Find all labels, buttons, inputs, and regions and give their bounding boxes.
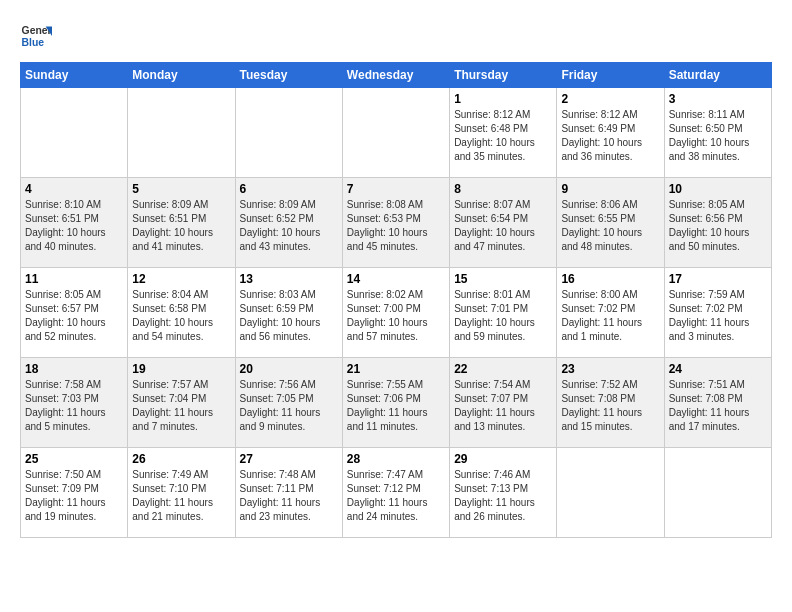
calendar-cell: 4Sunrise: 8:10 AM Sunset: 6:51 PM Daylig… [21, 178, 128, 268]
page-header: General Blue [20, 20, 772, 52]
day-info: Sunrise: 8:02 AM Sunset: 7:00 PM Dayligh… [347, 288, 445, 344]
day-number: 9 [561, 182, 659, 196]
day-number: 12 [132, 272, 230, 286]
day-info: Sunrise: 7:57 AM Sunset: 7:04 PM Dayligh… [132, 378, 230, 434]
calendar-cell: 10Sunrise: 8:05 AM Sunset: 6:56 PM Dayli… [664, 178, 771, 268]
day-number: 20 [240, 362, 338, 376]
day-info: Sunrise: 8:12 AM Sunset: 6:48 PM Dayligh… [454, 108, 552, 164]
calendar-cell: 23Sunrise: 7:52 AM Sunset: 7:08 PM Dayli… [557, 358, 664, 448]
calendar-cell: 19Sunrise: 7:57 AM Sunset: 7:04 PM Dayli… [128, 358, 235, 448]
calendar-cell: 1Sunrise: 8:12 AM Sunset: 6:48 PM Daylig… [450, 88, 557, 178]
day-number: 1 [454, 92, 552, 106]
column-header-saturday: Saturday [664, 63, 771, 88]
calendar-cell: 2Sunrise: 8:12 AM Sunset: 6:49 PM Daylig… [557, 88, 664, 178]
calendar-cell: 21Sunrise: 7:55 AM Sunset: 7:06 PM Dayli… [342, 358, 449, 448]
calendar-cell: 6Sunrise: 8:09 AM Sunset: 6:52 PM Daylig… [235, 178, 342, 268]
day-info: Sunrise: 7:51 AM Sunset: 7:08 PM Dayligh… [669, 378, 767, 434]
calendar-cell: 9Sunrise: 8:06 AM Sunset: 6:55 PM Daylig… [557, 178, 664, 268]
day-info: Sunrise: 7:48 AM Sunset: 7:11 PM Dayligh… [240, 468, 338, 524]
day-info: Sunrise: 8:01 AM Sunset: 7:01 PM Dayligh… [454, 288, 552, 344]
calendar-cell: 8Sunrise: 8:07 AM Sunset: 6:54 PM Daylig… [450, 178, 557, 268]
day-number: 23 [561, 362, 659, 376]
calendar-cell: 25Sunrise: 7:50 AM Sunset: 7:09 PM Dayli… [21, 448, 128, 538]
day-number: 25 [25, 452, 123, 466]
day-info: Sunrise: 8:09 AM Sunset: 6:51 PM Dayligh… [132, 198, 230, 254]
day-info: Sunrise: 7:46 AM Sunset: 7:13 PM Dayligh… [454, 468, 552, 524]
logo-icon: General Blue [20, 20, 52, 52]
calendar-cell: 22Sunrise: 7:54 AM Sunset: 7:07 PM Dayli… [450, 358, 557, 448]
day-number: 15 [454, 272, 552, 286]
calendar-cell [664, 448, 771, 538]
calendar-cell [557, 448, 664, 538]
day-info: Sunrise: 7:50 AM Sunset: 7:09 PM Dayligh… [25, 468, 123, 524]
day-number: 19 [132, 362, 230, 376]
calendar-cell: 27Sunrise: 7:48 AM Sunset: 7:11 PM Dayli… [235, 448, 342, 538]
day-number: 26 [132, 452, 230, 466]
day-number: 5 [132, 182, 230, 196]
calendar-cell: 14Sunrise: 8:02 AM Sunset: 7:00 PM Dayli… [342, 268, 449, 358]
logo: General Blue [20, 20, 52, 52]
calendar-cell: 3Sunrise: 8:11 AM Sunset: 6:50 PM Daylig… [664, 88, 771, 178]
day-info: Sunrise: 8:05 AM Sunset: 6:57 PM Dayligh… [25, 288, 123, 344]
day-info: Sunrise: 7:54 AM Sunset: 7:07 PM Dayligh… [454, 378, 552, 434]
day-info: Sunrise: 8:10 AM Sunset: 6:51 PM Dayligh… [25, 198, 123, 254]
calendar-cell [128, 88, 235, 178]
calendar-cell [235, 88, 342, 178]
calendar-cell: 20Sunrise: 7:56 AM Sunset: 7:05 PM Dayli… [235, 358, 342, 448]
day-info: Sunrise: 7:55 AM Sunset: 7:06 PM Dayligh… [347, 378, 445, 434]
day-number: 11 [25, 272, 123, 286]
column-header-friday: Friday [557, 63, 664, 88]
day-info: Sunrise: 8:05 AM Sunset: 6:56 PM Dayligh… [669, 198, 767, 254]
calendar-week-5: 25Sunrise: 7:50 AM Sunset: 7:09 PM Dayli… [21, 448, 772, 538]
day-info: Sunrise: 8:00 AM Sunset: 7:02 PM Dayligh… [561, 288, 659, 344]
calendar-cell [21, 88, 128, 178]
day-info: Sunrise: 7:52 AM Sunset: 7:08 PM Dayligh… [561, 378, 659, 434]
calendar-week-2: 4Sunrise: 8:10 AM Sunset: 6:51 PM Daylig… [21, 178, 772, 268]
day-info: Sunrise: 8:04 AM Sunset: 6:58 PM Dayligh… [132, 288, 230, 344]
column-header-monday: Monday [128, 63, 235, 88]
day-info: Sunrise: 8:12 AM Sunset: 6:49 PM Dayligh… [561, 108, 659, 164]
calendar-cell [342, 88, 449, 178]
day-info: Sunrise: 7:58 AM Sunset: 7:03 PM Dayligh… [25, 378, 123, 434]
day-number: 8 [454, 182, 552, 196]
day-number: 28 [347, 452, 445, 466]
calendar-week-1: 1Sunrise: 8:12 AM Sunset: 6:48 PM Daylig… [21, 88, 772, 178]
day-number: 17 [669, 272, 767, 286]
calendar-table: SundayMondayTuesdayWednesdayThursdayFrid… [20, 62, 772, 538]
calendar-cell: 26Sunrise: 7:49 AM Sunset: 7:10 PM Dayli… [128, 448, 235, 538]
calendar-cell: 7Sunrise: 8:08 AM Sunset: 6:53 PM Daylig… [342, 178, 449, 268]
calendar-cell: 17Sunrise: 7:59 AM Sunset: 7:02 PM Dayli… [664, 268, 771, 358]
day-number: 13 [240, 272, 338, 286]
calendar-cell: 24Sunrise: 7:51 AM Sunset: 7:08 PM Dayli… [664, 358, 771, 448]
day-info: Sunrise: 8:07 AM Sunset: 6:54 PM Dayligh… [454, 198, 552, 254]
calendar-cell: 29Sunrise: 7:46 AM Sunset: 7:13 PM Dayli… [450, 448, 557, 538]
calendar-header-row: SundayMondayTuesdayWednesdayThursdayFrid… [21, 63, 772, 88]
day-number: 14 [347, 272, 445, 286]
day-info: Sunrise: 7:56 AM Sunset: 7:05 PM Dayligh… [240, 378, 338, 434]
svg-text:Blue: Blue [22, 37, 45, 48]
day-number: 6 [240, 182, 338, 196]
day-info: Sunrise: 8:09 AM Sunset: 6:52 PM Dayligh… [240, 198, 338, 254]
calendar-week-4: 18Sunrise: 7:58 AM Sunset: 7:03 PM Dayli… [21, 358, 772, 448]
calendar-cell: 16Sunrise: 8:00 AM Sunset: 7:02 PM Dayli… [557, 268, 664, 358]
calendar-cell: 12Sunrise: 8:04 AM Sunset: 6:58 PM Dayli… [128, 268, 235, 358]
day-info: Sunrise: 8:03 AM Sunset: 6:59 PM Dayligh… [240, 288, 338, 344]
column-header-sunday: Sunday [21, 63, 128, 88]
day-number: 22 [454, 362, 552, 376]
day-number: 4 [25, 182, 123, 196]
column-header-tuesday: Tuesday [235, 63, 342, 88]
day-info: Sunrise: 7:49 AM Sunset: 7:10 PM Dayligh… [132, 468, 230, 524]
day-number: 18 [25, 362, 123, 376]
calendar-cell: 13Sunrise: 8:03 AM Sunset: 6:59 PM Dayli… [235, 268, 342, 358]
day-number: 16 [561, 272, 659, 286]
day-info: Sunrise: 7:47 AM Sunset: 7:12 PM Dayligh… [347, 468, 445, 524]
calendar-cell: 11Sunrise: 8:05 AM Sunset: 6:57 PM Dayli… [21, 268, 128, 358]
calendar-cell: 28Sunrise: 7:47 AM Sunset: 7:12 PM Dayli… [342, 448, 449, 538]
column-header-wednesday: Wednesday [342, 63, 449, 88]
day-number: 3 [669, 92, 767, 106]
day-info: Sunrise: 8:08 AM Sunset: 6:53 PM Dayligh… [347, 198, 445, 254]
calendar-cell: 5Sunrise: 8:09 AM Sunset: 6:51 PM Daylig… [128, 178, 235, 268]
day-number: 2 [561, 92, 659, 106]
day-number: 27 [240, 452, 338, 466]
day-info: Sunrise: 7:59 AM Sunset: 7:02 PM Dayligh… [669, 288, 767, 344]
